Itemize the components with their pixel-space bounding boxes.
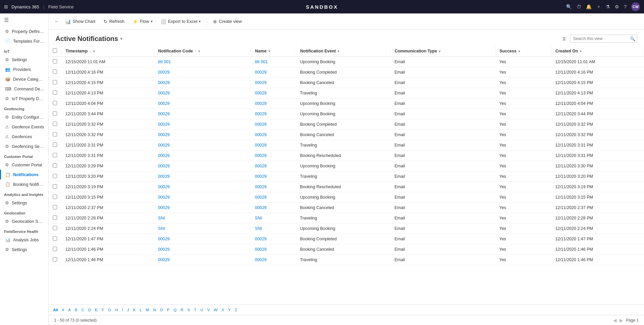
row-checkbox-cell[interactable] [49,182,61,192]
cell-name[interactable]: 00029 [251,119,296,130]
row-checkbox-cell[interactable] [49,255,61,265]
notif-code-link-7[interactable]: 00029 [158,132,170,137]
name-link-14[interactable]: 00029 [255,205,267,210]
cell-notification-code[interactable]: 00029 [154,130,251,140]
cell-notification-code[interactable]: SNI [154,224,251,234]
row-checkbox-10[interactable] [53,163,57,168]
notifcode-filter-icon[interactable]: ▾ [198,49,200,53]
back-button[interactable]: ← [53,17,60,26]
alpha-btn-T[interactable]: T [192,307,198,313]
row-checkbox-11[interactable] [53,174,57,178]
cell-notification-code[interactable]: 00029 [154,171,251,182]
notif-code-link-1[interactable]: 00029 [158,70,170,75]
notif-code-link-10[interactable]: 00029 [158,164,170,168]
row-checkbox-7[interactable] [53,132,57,136]
cell-name[interactable]: 00029 [251,203,296,213]
row-checkbox-cell[interactable] [49,88,61,98]
col-notification-event[interactable]: Notification Event ▾ [296,46,390,57]
notif-code-link-4[interactable]: 00029 [158,101,170,106]
row-checkbox-4[interactable] [53,101,57,105]
notif-code-link-0[interactable]: tttt 001 [158,59,171,64]
alpha-btn-Q[interactable]: Q [172,307,178,313]
row-checkbox-cell[interactable] [49,151,61,161]
sidebar-item-geofences[interactable]: ⚠ Geofences [0,132,48,141]
cell-notification-code[interactable]: 00029 [154,78,251,88]
cell-name[interactable]: 00029 [251,98,296,109]
cell-notification-code[interactable]: 00029 [154,67,251,78]
cell-notification-code[interactable]: 00029 [154,244,251,255]
sidebar-item-entity-config[interactable]: ⚙ Entity Configurati... [0,112,48,122]
cell-name[interactable]: 00029 [251,109,296,119]
sidebar-item-providers[interactable]: 👥 Providers [0,65,48,74]
name-link-8[interactable]: 00029 [255,143,267,148]
name-link-3[interactable]: 00029 [255,91,267,95]
alpha-btn-G[interactable]: G [106,307,113,313]
row-checkbox-cell[interactable] [49,57,61,67]
sidebar-item-settings[interactable]: ⚙ Settings [0,55,48,65]
row-checkbox-cell[interactable] [49,224,61,234]
alpha-btn-Z[interactable]: Z [233,307,239,313]
name-link-16[interactable]: SNI [255,226,262,231]
notif-code-link-14[interactable]: 00029 [158,205,170,210]
sidebar-toggle[interactable]: ☰ [0,13,48,27]
gear-icon[interactable]: ⚙ [615,4,619,9]
alpha-btn-Y[interactable]: Y [226,307,232,313]
alpha-btn-U[interactable]: U [199,307,205,313]
row-checkbox-cell[interactable] [49,67,61,78]
filter-button[interactable]: ⧖ [561,34,567,43]
row-checkbox-19[interactable] [53,257,57,261]
next-page-button[interactable]: ▶ [619,318,623,323]
row-checkbox-1[interactable] [53,70,57,74]
row-checkbox-cell[interactable] [49,171,61,182]
row-checkbox-cell[interactable] [49,109,61,119]
success-filter-icon[interactable]: ▾ [518,49,520,53]
col-created-on[interactable]: Created On ▾ [551,46,644,57]
name-link-6[interactable]: 00029 [255,122,267,127]
sidebar-item-settings-bottom[interactable]: ⚙ Settings [0,245,48,254]
notif-code-link-12[interactable]: 00029 [158,185,170,189]
sidebar-item-property-def[interactable]: ⚙ Property Definiti... [0,27,48,36]
col-timestamp[interactable]: Timestamp ↓ ▾ [61,46,154,57]
cell-notification-code[interactable]: 00029 [154,192,251,203]
row-checkbox-15[interactable] [53,215,57,220]
name-link-4[interactable]: 00029 [255,101,267,106]
col-communication-type[interactable]: Communication Type ▾ [390,46,495,57]
name-link-7[interactable]: 00029 [255,132,267,137]
cell-name[interactable]: 00029 [251,78,296,88]
row-checkbox-3[interactable] [53,90,57,95]
row-checkbox-12[interactable] [53,184,57,189]
sidebar-item-notifications[interactable]: 📋 Notifications [0,170,48,179]
row-checkbox-6[interactable] [53,122,57,126]
row-checkbox-0[interactable] [53,59,57,64]
row-checkbox-8[interactable] [53,143,57,147]
checkbox-header[interactable] [49,46,61,57]
export-excel-button[interactable]: ⬜ Export to Excel ▾ [157,17,204,26]
sidebar-item-iot-property[interactable]: ⚙ IoT Property Defi... [0,94,48,104]
cell-notification-code[interactable]: 00029 [154,255,251,265]
col-name[interactable]: Name ▾ [251,46,296,57]
alpha-btn-A[interactable]: A [67,307,73,313]
row-checkbox-cell[interactable] [49,244,61,255]
cell-notification-code[interactable]: 00029 [154,119,251,130]
createdon-filter-icon[interactable]: ▾ [580,49,582,53]
help-icon[interactable]: ? [624,4,627,9]
grid-icon[interactable]: ⊞ [4,4,8,9]
alpha-btn-I[interactable]: I [120,307,125,313]
bell-icon[interactable]: 🔔 [586,4,592,9]
alpha-btn-X[interactable]: X [220,307,226,313]
sidebar-item-booking-notif[interactable]: 📋 Booking Notificati... [0,179,48,189]
alpha-btn-N[interactable]: N [152,307,158,313]
alpha-btn-All[interactable]: All [51,307,60,313]
alpha-btn-D[interactable]: D [87,307,93,313]
funnel-icon[interactable]: ⚗ [606,4,610,9]
name-link-1[interactable]: 00029 [255,70,267,75]
row-checkbox-cell[interactable] [49,130,61,140]
row-checkbox-cell[interactable] [49,203,61,213]
cell-notification-code[interactable]: 00029 [154,203,251,213]
row-checkbox-cell[interactable] [49,213,61,224]
row-checkbox-16[interactable] [53,226,57,230]
name-link-9[interactable]: 00029 [255,153,267,158]
col-notification-code[interactable]: Notification Code ↑ ▾ [154,46,251,57]
name-link-10[interactable]: 00029 [255,164,267,168]
name-filter-icon[interactable]: ▾ [268,49,270,53]
